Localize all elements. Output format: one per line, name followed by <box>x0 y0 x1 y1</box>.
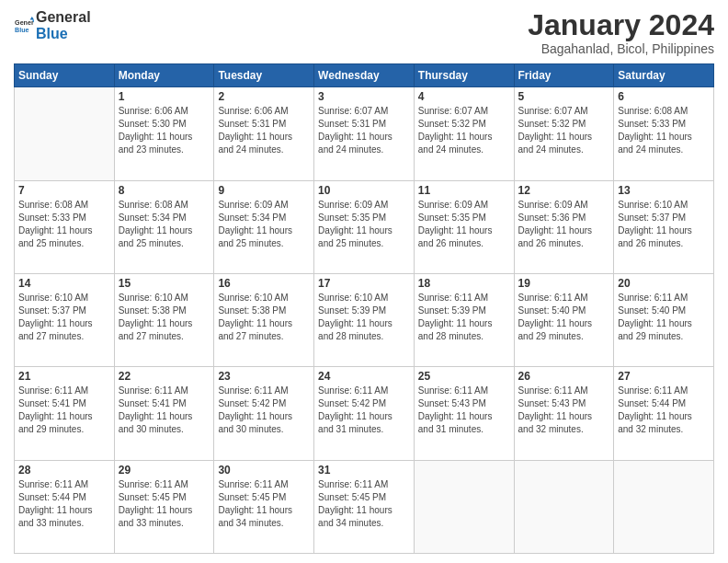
daylight-text: Daylight: 11 hours and 26 minutes. <box>518 224 610 250</box>
sunrise-text: Sunrise: 6:11 AM <box>119 478 210 491</box>
calendar-cell: 3 Sunrise: 6:07 AM Sunset: 5:31 PM Dayli… <box>314 87 415 180</box>
calendar-cell: 14 Sunrise: 6:10 AM Sunset: 5:37 PM Dayl… <box>15 273 115 366</box>
day-header-thursday: Thursday <box>414 64 514 87</box>
daylight-text: Daylight: 11 hours and 33 minutes. <box>119 504 210 530</box>
main-title: January 2024 <box>528 9 714 41</box>
day-info: Sunrise: 6:11 AM Sunset: 5:42 PM Dayligh… <box>318 385 410 436</box>
sunrise-text: Sunrise: 6:08 AM <box>119 199 210 212</box>
sunset-text: Sunset: 5:40 PM <box>518 304 610 317</box>
day-info: Sunrise: 6:10 AM Sunset: 5:37 PM Dayligh… <box>618 199 710 250</box>
sunset-text: Sunset: 5:36 PM <box>518 212 610 224</box>
day-info: Sunrise: 6:11 AM Sunset: 5:40 PM Dayligh… <box>618 292 710 343</box>
sunrise-text: Sunrise: 6:10 AM <box>218 292 310 304</box>
calendar-cell: 1 Sunrise: 6:06 AM Sunset: 5:30 PM Dayli… <box>114 87 214 180</box>
day-info: Sunrise: 6:11 AM Sunset: 5:43 PM Dayligh… <box>518 385 610 436</box>
calendar-cell: 22 Sunrise: 6:11 AM Sunset: 5:41 PM Dayl… <box>114 367 214 460</box>
sunrise-text: Sunrise: 6:11 AM <box>119 385 210 397</box>
day-number: 3 <box>318 90 410 103</box>
sunrise-text: Sunrise: 6:10 AM <box>18 292 110 304</box>
sunset-text: Sunset: 5:43 PM <box>418 397 510 410</box>
calendar-cell: 11 Sunrise: 6:09 AM Sunset: 5:35 PM Dayl… <box>414 180 514 273</box>
calendar-week-1: 1 Sunrise: 6:06 AM Sunset: 5:30 PM Dayli… <box>15 87 714 180</box>
calendar-cell: 13 Sunrise: 6:10 AM Sunset: 5:37 PM Dayl… <box>614 180 714 273</box>
sunset-text: Sunset: 5:35 PM <box>318 212 410 224</box>
day-number: 1 <box>119 90 210 103</box>
sunrise-text: Sunrise: 6:11 AM <box>418 385 510 397</box>
daylight-text: Daylight: 11 hours and 24 minutes. <box>318 131 410 156</box>
day-number: 10 <box>318 184 410 197</box>
day-info: Sunrise: 6:11 AM Sunset: 5:41 PM Dayligh… <box>18 385 110 436</box>
sunset-text: Sunset: 5:39 PM <box>418 304 510 317</box>
daylight-text: Daylight: 11 hours and 28 minutes. <box>318 317 410 343</box>
calendar-cell: 19 Sunrise: 6:11 AM Sunset: 5:40 PM Dayl… <box>514 273 614 366</box>
day-number: 13 <box>618 184 710 197</box>
header: General Blue General Blue January 2024 B… <box>14 9 714 56</box>
day-info: Sunrise: 6:09 AM Sunset: 5:34 PM Dayligh… <box>218 199 310 250</box>
title-block: January 2024 Bagahanlad, Bicol, Philippi… <box>528 9 714 56</box>
calendar-cell: 21 Sunrise: 6:11 AM Sunset: 5:41 PM Dayl… <box>15 367 115 460</box>
day-info: Sunrise: 6:11 AM Sunset: 5:45 PM Dayligh… <box>119 478 210 530</box>
calendar-cell: 4 Sunrise: 6:07 AM Sunset: 5:32 PM Dayli… <box>414 87 514 180</box>
sunset-text: Sunset: 5:40 PM <box>618 304 710 317</box>
daylight-text: Daylight: 11 hours and 25 minutes. <box>18 224 110 250</box>
sunset-text: Sunset: 5:44 PM <box>618 397 710 410</box>
sunrise-text: Sunrise: 6:09 AM <box>518 199 610 212</box>
calendar-cell: 31 Sunrise: 6:11 AM Sunset: 5:45 PM Dayl… <box>314 460 415 553</box>
day-info: Sunrise: 6:11 AM Sunset: 5:45 PM Dayligh… <box>318 478 410 530</box>
sunset-text: Sunset: 5:45 PM <box>218 491 310 504</box>
daylight-text: Daylight: 11 hours and 26 minutes. <box>618 224 710 250</box>
daylight-text: Daylight: 11 hours and 27 minutes. <box>18 317 110 343</box>
day-info: Sunrise: 6:11 AM Sunset: 5:39 PM Dayligh… <box>418 292 510 343</box>
calendar-week-3: 14 Sunrise: 6:10 AM Sunset: 5:37 PM Dayl… <box>15 273 714 366</box>
sunset-text: Sunset: 5:44 PM <box>18 491 110 504</box>
day-number: 24 <box>318 370 410 383</box>
calendar-cell: 26 Sunrise: 6:11 AM Sunset: 5:43 PM Dayl… <box>514 367 614 460</box>
daylight-text: Daylight: 11 hours and 26 minutes. <box>418 224 510 250</box>
day-info: Sunrise: 6:10 AM Sunset: 5:39 PM Dayligh… <box>318 292 410 343</box>
sunset-text: Sunset: 5:39 PM <box>318 304 410 317</box>
sunset-text: Sunset: 5:41 PM <box>119 397 210 410</box>
day-header-sunday: Sunday <box>15 64 115 87</box>
calendar-cell: 29 Sunrise: 6:11 AM Sunset: 5:45 PM Dayl… <box>114 460 214 553</box>
sunrise-text: Sunrise: 6:06 AM <box>218 105 310 118</box>
sunset-text: Sunset: 5:42 PM <box>318 397 410 410</box>
daylight-text: Daylight: 11 hours and 34 minutes. <box>218 504 310 530</box>
sunset-text: Sunset: 5:34 PM <box>119 212 210 224</box>
day-number: 8 <box>119 184 210 197</box>
sunset-text: Sunset: 5:37 PM <box>618 212 710 224</box>
sunset-text: Sunset: 5:41 PM <box>18 397 110 410</box>
sunrise-text: Sunrise: 6:11 AM <box>618 385 710 397</box>
calendar-cell: 6 Sunrise: 6:08 AM Sunset: 5:33 PM Dayli… <box>614 87 714 180</box>
day-number: 9 <box>218 184 310 197</box>
sunrise-text: Sunrise: 6:09 AM <box>318 199 410 212</box>
logo-line2: Blue <box>36 26 91 42</box>
calendar-cell: 25 Sunrise: 6:11 AM Sunset: 5:43 PM Dayl… <box>414 367 514 460</box>
daylight-text: Daylight: 11 hours and 31 minutes. <box>418 410 510 436</box>
sunrise-text: Sunrise: 6:11 AM <box>18 478 110 491</box>
sunrise-text: Sunrise: 6:08 AM <box>618 105 710 118</box>
daylight-text: Daylight: 11 hours and 29 minutes. <box>18 410 110 436</box>
daylight-text: Daylight: 11 hours and 29 minutes. <box>618 317 710 343</box>
day-info: Sunrise: 6:10 AM Sunset: 5:38 PM Dayligh… <box>218 292 310 343</box>
page: General Blue General Blue January 2024 B… <box>0 0 728 563</box>
day-info: Sunrise: 6:10 AM Sunset: 5:38 PM Dayligh… <box>119 292 210 343</box>
day-info: Sunrise: 6:11 AM Sunset: 5:44 PM Dayligh… <box>18 478 110 530</box>
sunset-text: Sunset: 5:30 PM <box>119 118 210 131</box>
daylight-text: Daylight: 11 hours and 30 minutes. <box>218 410 310 436</box>
calendar-cell: 24 Sunrise: 6:11 AM Sunset: 5:42 PM Dayl… <box>314 367 415 460</box>
day-info: Sunrise: 6:09 AM Sunset: 5:35 PM Dayligh… <box>418 199 510 250</box>
daylight-text: Daylight: 11 hours and 28 minutes. <box>418 317 510 343</box>
sunset-text: Sunset: 5:32 PM <box>418 118 510 131</box>
logo: General Blue General Blue <box>14 9 91 41</box>
daylight-text: Daylight: 11 hours and 31 minutes. <box>318 410 410 436</box>
sunrise-text: Sunrise: 6:11 AM <box>218 478 310 491</box>
calendar-cell: 15 Sunrise: 6:10 AM Sunset: 5:38 PM Dayl… <box>114 273 214 366</box>
day-info: Sunrise: 6:10 AM Sunset: 5:37 PM Dayligh… <box>18 292 110 343</box>
sunset-text: Sunset: 5:38 PM <box>119 304 210 317</box>
calendar-header: SundayMondayTuesdayWednesdayThursdayFrid… <box>15 64 714 87</box>
day-number: 27 <box>618 370 710 383</box>
sunset-text: Sunset: 5:31 PM <box>318 118 410 131</box>
day-number: 28 <box>18 464 110 477</box>
day-number: 7 <box>18 184 110 197</box>
logo-icon: General Blue <box>14 16 34 36</box>
